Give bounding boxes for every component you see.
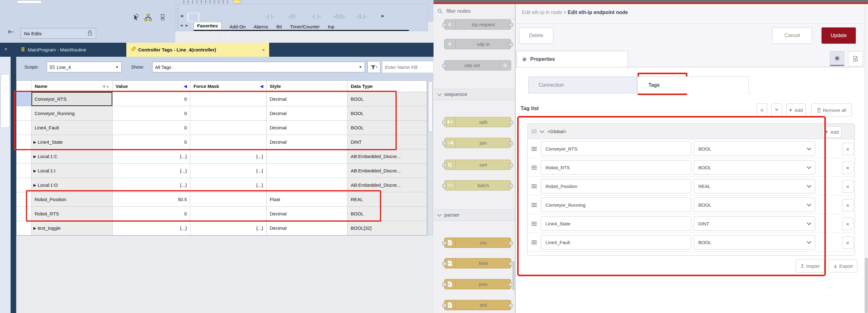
- palette-node-json[interactable]: {} json: [444, 279, 511, 289]
- tag-datatype-cell[interactable]: BOOL: [347, 121, 427, 135]
- tag-name-cell[interactable]: Robot_RTS: [31, 207, 113, 221]
- tag-value-cell[interactable]: {...}: [113, 221, 191, 236]
- palette-node-udp-in[interactable]: udp in: [444, 39, 511, 49]
- palette-node-html[interactable]: <> html: [444, 258, 511, 269]
- tag-value-cell[interactable]: 0: [113, 207, 191, 221]
- expand-arrow-icon[interactable]: ▶: [33, 140, 38, 144]
- tag-datatype-cell[interactable]: AB:Embedded_Discre...: [347, 178, 427, 192]
- close-pane-icon[interactable]: ×: [4, 46, 7, 52]
- instruction-tab-addon[interactable]: Add-On: [229, 24, 246, 29]
- tag-datatype-cell[interactable]: AB:Embedded_Discre...: [347, 164, 427, 178]
- tag-type-select[interactable]: BOOL: [694, 142, 815, 156]
- close-tab-icon[interactable]: ×: [262, 47, 265, 52]
- instruction-tab-input[interactable]: Inp: [328, 24, 334, 29]
- otl-coil-icon[interactable]: -(L)-: [356, 13, 367, 20]
- tag-force-cell[interactable]: {...}: [190, 164, 267, 178]
- tray-scrollbar[interactable]: [864, 4, 868, 313]
- tag-style-cell[interactable]: Decimal: [267, 221, 348, 236]
- tag-value-cell[interactable]: {...}: [113, 164, 191, 178]
- row-gutter[interactable]: [17, 207, 31, 221]
- tag-value-cell[interactable]: {...}: [113, 178, 191, 192]
- scrollbar-thumb[interactable]: [428, 82, 433, 132]
- filter-button[interactable]: ▾: [367, 61, 380, 73]
- drag-handle[interactable]: [531, 184, 537, 188]
- tab-properties[interactable]: Properties: [517, 51, 628, 67]
- drag-handle[interactable]: [531, 222, 537, 226]
- tag-name-cell[interactable]: Conveyor_Running: [31, 106, 113, 121]
- drag-handle[interactable]: [531, 147, 537, 151]
- new-rung-icon[interactable]: [189, 13, 198, 22]
- update-button[interactable]: Update: [822, 27, 856, 44]
- scope-dropdown[interactable]: Line_4▼: [47, 62, 122, 72]
- otu-coil-icon[interactable]: -(U)-: [333, 13, 346, 20]
- tag-type-select[interactable]: REAL: [694, 179, 815, 193]
- row-gutter[interactable]: [17, 178, 31, 192]
- drag-handle[interactable]: [531, 129, 537, 133]
- tag-name-input[interactable]: [541, 142, 691, 156]
- tag-force-cell[interactable]: {...}: [190, 221, 267, 236]
- palette-node-csv[interactable]: 1,2 csv: [444, 238, 511, 248]
- row-gutter[interactable]: [17, 164, 31, 178]
- drag-handle[interactable]: [531, 203, 537, 207]
- tag-name-input[interactable]: [541, 179, 691, 193]
- tag-name-cell[interactable]: ▶Local:1:I: [31, 164, 113, 178]
- tag-type-select[interactable]: BOOL: [694, 198, 815, 212]
- instruction-tab-alarms[interactable]: Alarms: [254, 24, 268, 29]
- expand-editbar-icon[interactable]: ▶▾: [8, 29, 14, 34]
- header-force-mask[interactable]: Force Mask◀: [190, 81, 267, 92]
- add-tag-button[interactable]: Add: [786, 103, 806, 117]
- edit-properties-toggle-button[interactable]: [830, 51, 844, 66]
- tag-style-cell[interactable]: [267, 178, 348, 192]
- palette-category-sequence[interactable]: sequence: [434, 89, 515, 100]
- tag-force-cell[interactable]: [190, 106, 267, 121]
- tag-name-cell[interactable]: Conveyor_RTS: [31, 92, 113, 106]
- move-bottom-button[interactable]: [771, 103, 782, 117]
- tag-style-cell[interactable]: Decimal: [267, 207, 348, 221]
- show-dropdown[interactable]: All Tags▼: [152, 62, 365, 72]
- tab-mainroutine[interactable]: MainProgram - MainRoutine: [16, 43, 91, 57]
- tag-datatype-cell[interactable]: BOOL: [347, 106, 427, 121]
- row-gutter[interactable]: [17, 135, 31, 149]
- tag-style-cell[interactable]: [267, 149, 348, 164]
- remove-tag-button[interactable]: [842, 199, 853, 211]
- tag-style-cell[interactable]: Decimal: [267, 106, 348, 121]
- breadcrumb-parent[interactable]: Edit eth-ip in node: [522, 10, 562, 15]
- tabs-scroll-right-icon[interactable]: ▶: [186, 23, 188, 27]
- palette-node-xml[interactable]: <> xml: [444, 300, 511, 310]
- cancel-button[interactable]: Cancel: [772, 27, 812, 44]
- palette-node-join[interactable]: join: [444, 138, 511, 148]
- tag-name-input[interactable]: [541, 235, 691, 249]
- tag-style-cell[interactable]: Float: [267, 192, 348, 207]
- branch-level-icon[interactable]: [220, 30, 229, 39]
- scroll-right-icon[interactable]: ▶: [381, 13, 384, 18]
- instruction-tab-favorites[interactable]: Favorites: [194, 22, 221, 29]
- tag-datatype-cell[interactable]: BOOL: [347, 92, 427, 106]
- remove-tag-button[interactable]: [842, 218, 853, 230]
- tag-value-cell[interactable]: 0: [113, 92, 191, 106]
- network-browse-icon[interactable]: [144, 14, 152, 22]
- xio-contact-icon[interactable]: -|/|-: [288, 13, 297, 20]
- delete-button[interactable]: Delete: [519, 27, 553, 44]
- subtab-connection[interactable]: Connection: [528, 76, 637, 94]
- import-button[interactable]: Import: [796, 259, 824, 273]
- group-add-tag-button[interactable]: Add: [822, 126, 841, 137]
- palette-node-split[interactable]: split: [444, 117, 511, 127]
- move-top-button[interactable]: [757, 103, 767, 117]
- node-description-button[interactable]: [848, 51, 863, 66]
- tag-style-cell[interactable]: [267, 164, 348, 178]
- sort-icon[interactable]: ≡▲: [103, 84, 109, 89]
- remove-all-button[interactable]: Remove all: [811, 103, 852, 117]
- tag-type-select[interactable]: BOOL: [694, 235, 815, 249]
- expand-arrow-icon[interactable]: ▶: [33, 169, 38, 173]
- header-value[interactable]: Value◀: [113, 81, 191, 92]
- palette-node-sort[interactable]: sort: [444, 160, 511, 170]
- tag-name-cell[interactable]: ▶Line4_State: [31, 135, 113, 149]
- chevron-down-icon[interactable]: [540, 128, 544, 133]
- row-gutter[interactable]: [17, 92, 31, 106]
- drag-handle[interactable]: [531, 240, 537, 244]
- tag-name-input[interactable]: [541, 198, 691, 212]
- header-data-type[interactable]: Data Type: [347, 81, 427, 92]
- tag-type-select[interactable]: DINT: [694, 216, 815, 231]
- tag-force-cell[interactable]: {...}: [190, 178, 267, 192]
- tag-value-cell[interactable]: 0: [113, 135, 191, 149]
